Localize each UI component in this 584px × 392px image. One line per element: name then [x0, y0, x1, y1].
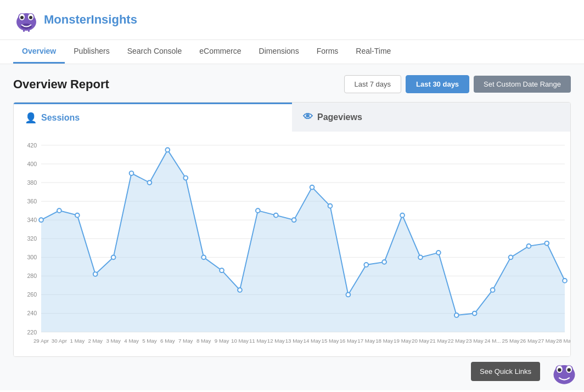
- data-point-21: [418, 255, 423, 259]
- svg-text:8 May: 8 May: [196, 338, 211, 344]
- svg-text:16 May: 16 May: [339, 338, 357, 344]
- page-title: Overview Report: [13, 77, 109, 92]
- svg-text:12 May: 12 May: [267, 338, 285, 344]
- data-point-6: [148, 180, 152, 185]
- svg-rect-8: [23, 29, 25, 32]
- monster-icon: [13, 7, 40, 33]
- svg-text:14 May: 14 May: [304, 338, 321, 344]
- svg-text:29 Apr: 29 Apr: [33, 338, 49, 344]
- data-point-26: [509, 255, 513, 259]
- data-point-27: [526, 244, 531, 248]
- svg-text:340: 340: [27, 217, 37, 223]
- nav-forms[interactable]: Forms: [308, 40, 347, 64]
- date-range-controls: Last 7 days Last 30 days Set Custom Date…: [344, 75, 571, 93]
- svg-point-5: [20, 16, 24, 19]
- nav-realtime[interactable]: Real-Time: [347, 40, 400, 64]
- svg-rect-9: [28, 29, 30, 32]
- svg-text:17 May: 17 May: [357, 338, 375, 344]
- data-point-16: [328, 204, 333, 208]
- data-point-15: [310, 185, 315, 190]
- svg-text:23 May: 23 May: [466, 338, 484, 344]
- svg-text:7 May: 7 May: [178, 338, 193, 344]
- data-point-20: [400, 213, 405, 218]
- chart-tabs: 👤 Sessions 👁 Pageviews: [14, 103, 570, 132]
- data-point-8: [183, 176, 188, 180]
- overview-header: Overview Report Last 7 days Last 30 days…: [13, 75, 571, 93]
- data-point-5: [130, 171, 134, 175]
- svg-text:22 May: 22 May: [448, 338, 465, 344]
- svg-text:280: 280: [27, 272, 37, 279]
- svg-text:420: 420: [27, 142, 37, 149]
- last-30-days-button[interactable]: Last 30 days: [406, 75, 469, 93]
- quick-links-button[interactable]: See Quick Links: [471, 362, 540, 381]
- data-point-2: [75, 213, 80, 218]
- svg-text:20 May: 20 May: [412, 338, 429, 344]
- data-point-11: [238, 288, 242, 292]
- svg-text:19 May: 19 May: [394, 338, 411, 344]
- svg-text:30 Apr: 30 Apr: [52, 338, 68, 344]
- data-point-19: [382, 260, 386, 264]
- nav-dimensions[interactable]: Dimensions: [250, 40, 308, 64]
- svg-text:360: 360: [27, 198, 37, 204]
- svg-text:9 May: 9 May: [215, 338, 229, 344]
- svg-text:25 May: 25 May: [502, 338, 520, 344]
- data-point-28: [544, 241, 549, 246]
- monster-corner-icon: [550, 358, 579, 387]
- line-chart-svg: 420 400 380 360 340 320 300 280 260 24: [41, 137, 565, 351]
- svg-text:28 May: 28 May: [556, 338, 571, 344]
- last-7-days-button[interactable]: Last 7 days: [344, 75, 402, 93]
- data-point-17: [346, 293, 350, 297]
- svg-text:26 May: 26 May: [520, 338, 537, 344]
- svg-text:15 May: 15 May: [322, 338, 339, 344]
- sessions-tab-label: Sessions: [41, 113, 80, 123]
- pageviews-icon: 👁: [303, 111, 313, 123]
- chart-area-fill: [41, 150, 565, 332]
- tab-sessions[interactable]: 👤 Sessions: [14, 103, 292, 132]
- svg-text:21 May: 21 May: [430, 338, 447, 344]
- data-point-10: [220, 268, 224, 272]
- svg-text:10 May: 10 May: [231, 338, 249, 344]
- svg-point-68: [567, 368, 571, 372]
- svg-text:260: 260: [27, 291, 37, 298]
- data-point-18: [364, 263, 368, 267]
- data-point-0: [39, 218, 43, 222]
- data-point-12: [256, 208, 260, 213]
- nav-ecommerce[interactable]: eCommerce: [190, 40, 250, 64]
- svg-text:6 May: 6 May: [160, 338, 175, 344]
- svg-point-6: [29, 16, 32, 19]
- custom-date-button[interactable]: Set Custom Date Range: [474, 76, 571, 93]
- nav-search-console[interactable]: Search Console: [119, 40, 191, 64]
- data-point-24: [473, 311, 477, 316]
- svg-point-67: [558, 368, 561, 372]
- data-point-7: [165, 148, 170, 152]
- sessions-icon: 👤: [25, 112, 37, 124]
- data-point-13: [274, 213, 278, 218]
- data-point-9: [201, 255, 206, 259]
- data-point-1: [57, 208, 61, 213]
- svg-text:13 May: 13 May: [285, 338, 303, 344]
- svg-text:400: 400: [27, 161, 37, 167]
- svg-text:18 May: 18 May: [375, 338, 393, 344]
- data-point-29: [563, 279, 567, 283]
- logo-area: MonsterInsights: [13, 7, 137, 33]
- tab-pageviews[interactable]: 👁 Pageviews: [292, 103, 570, 132]
- nav-overview[interactable]: Overview: [13, 40, 65, 64]
- svg-text:320: 320: [27, 235, 37, 242]
- svg-text:5 May: 5 May: [142, 338, 157, 344]
- chart-area: 420 400 380 360 340 320 300 280 260 24: [14, 132, 570, 356]
- logo-text: MonsterInsights: [44, 13, 137, 27]
- svg-text:300: 300: [27, 254, 37, 260]
- svg-text:2 May: 2 May: [88, 338, 103, 344]
- svg-text:240: 240: [27, 310, 37, 316]
- data-point-3: [93, 272, 98, 276]
- data-point-25: [491, 288, 495, 292]
- chart-container: 👤 Sessions 👁 Pageviews 420 400: [13, 102, 571, 357]
- data-point-22: [436, 251, 441, 255]
- nav-publishers[interactable]: Publishers: [65, 40, 118, 64]
- svg-text:1 May: 1 May: [70, 338, 85, 344]
- data-point-4: [111, 255, 116, 259]
- svg-text:3 May: 3 May: [106, 338, 121, 344]
- svg-text:220: 220: [27, 329, 37, 336]
- svg-text:380: 380: [27, 179, 37, 186]
- svg-text:27 May: 27 May: [538, 338, 555, 344]
